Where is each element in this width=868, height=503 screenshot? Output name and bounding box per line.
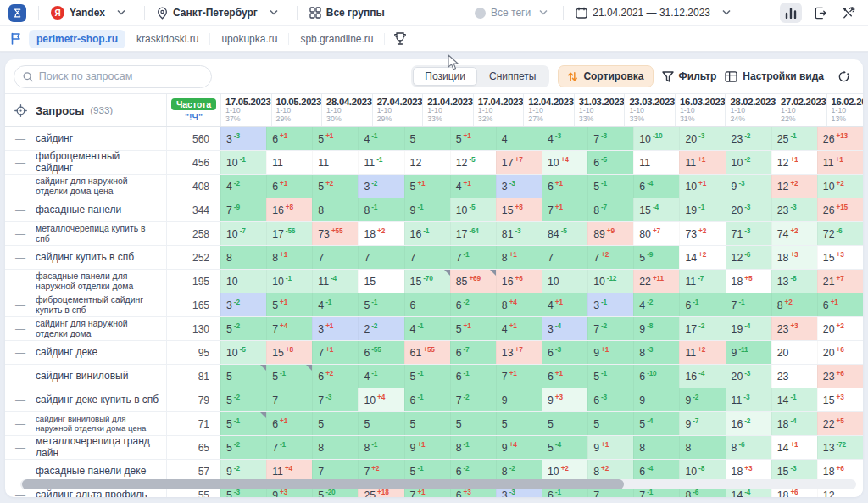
position-cell[interactable]: 8-1 — [358, 198, 403, 221]
position-cell[interactable]: 8-1 — [450, 436, 496, 459]
position-cell[interactable]: 10-5 — [220, 341, 266, 364]
position-cell[interactable]: 7 — [312, 246, 358, 269]
position-cell[interactable]: 5 — [587, 412, 633, 435]
position-cell[interactable]: 8 — [220, 246, 266, 269]
position-cell[interactable]: 6-1 — [404, 388, 450, 411]
date-column-header[interactable]: 23.03.20231-1033% — [624, 94, 675, 126]
position-cell[interactable]: 7-1 — [726, 293, 771, 316]
position-cell[interactable]: 5 — [220, 365, 266, 388]
position-cell[interactable]: 18+3 — [771, 246, 817, 269]
position-cell[interactable]: 5-1 — [220, 412, 266, 435]
position-cell[interactable]: 7-2 — [450, 388, 496, 411]
position-cell[interactable]: 5-1 — [266, 365, 312, 388]
position-cell[interactable]: 8-7 — [587, 198, 633, 221]
row-drag-handle[interactable]: — — [5, 127, 36, 150]
view-settings-button[interactable]: Настройки вида — [725, 70, 824, 82]
row-drag-handle[interactable]: — — [5, 365, 36, 388]
position-cell[interactable]: 15+8 — [496, 198, 542, 221]
position-cell[interactable]: 4-2 — [220, 175, 266, 198]
position-cell[interactable]: 74+2 — [771, 222, 817, 245]
position-cell[interactable]: 20-3 — [726, 365, 771, 388]
position-cell[interactable]: 4 — [496, 127, 542, 150]
position-cell[interactable]: 6-2 — [450, 293, 496, 316]
position-cell[interactable]: 8-3 — [633, 341, 679, 364]
position-cell[interactable]: 3-3 — [220, 127, 266, 150]
position-cell[interactable]: 73+2 — [679, 222, 725, 245]
position-cell[interactable]: 5 — [404, 412, 450, 435]
position-cell[interactable]: 22+11 — [633, 270, 679, 293]
query-cell[interactable]: сайдинг купить в спб — [36, 246, 166, 269]
date-column-header[interactable]: 12.04.20231-1027% — [523, 94, 574, 126]
frequency-column-header[interactable]: Частота "!Ч" — [166, 94, 220, 126]
date-column-header[interactable]: 27.02.20231-1022% — [776, 94, 826, 126]
position-cell[interactable]: 7+4 — [266, 317, 312, 340]
position-cell[interactable]: 8 — [312, 198, 358, 221]
position-cell[interactable]: 18+2 — [358, 222, 403, 245]
position-cell[interactable]: 17-64 — [450, 222, 496, 245]
position-cell[interactable]: 11+1 — [679, 151, 725, 174]
search-engine-selector[interactable]: Я Yandex — [51, 6, 132, 20]
position-cell[interactable]: 9-8 — [633, 317, 679, 340]
target-column-header[interactable] — [5, 94, 36, 126]
position-cell[interactable]: 10-10 — [633, 127, 679, 150]
row-drag-handle[interactable]: — — [5, 317, 36, 340]
groups-selector[interactable]: Все группы — [309, 7, 385, 19]
position-cell[interactable]: 16-1 — [404, 222, 450, 245]
query-cell[interactable]: сайдинг виниловый для наружной отделки д… — [36, 412, 166, 435]
position-cell[interactable]: 14+1 — [771, 436, 817, 459]
position-cell[interactable]: 6+1 — [542, 365, 587, 388]
position-cell[interactable]: 4-1 — [404, 317, 450, 340]
position-cell[interactable]: 10-12 — [587, 270, 633, 293]
query-cell[interactable]: сайдинг для наружной отделки дома цена — [36, 175, 166, 198]
position-cell[interactable]: 23-2 — [726, 127, 771, 150]
position-cell[interactable]: 5-4 — [633, 412, 679, 435]
position-cell[interactable]: 15+3 — [817, 246, 863, 269]
query-cell[interactable]: фасадные панели — [36, 198, 166, 221]
position-cell[interactable]: 17+7 — [496, 151, 542, 174]
position-cell[interactable]: 19-1 — [679, 198, 725, 221]
position-cell[interactable]: 7 — [266, 388, 312, 411]
position-cell[interactable]: 4+1 — [450, 175, 496, 198]
position-cell[interactable]: 16+6 — [496, 270, 542, 293]
position-cell[interactable]: 12 — [404, 151, 450, 174]
position-cell[interactable]: 10+2 — [817, 175, 863, 198]
position-cell[interactable]: 7+1 — [496, 365, 542, 388]
position-cell[interactable]: 5-9 — [633, 246, 679, 269]
position-cell[interactable]: 11-7 — [679, 270, 725, 293]
position-cell[interactable]: 11-3 — [726, 388, 771, 411]
position-cell[interactable]: 9 — [496, 388, 542, 411]
position-cell[interactable]: 9-2 — [679, 388, 725, 411]
position-cell[interactable]: 5-1 — [358, 293, 403, 316]
row-drag-handle[interactable]: — — [5, 198, 36, 221]
position-cell[interactable]: 10-1 — [220, 151, 266, 174]
position-cell[interactable]: 9+1 — [587, 436, 633, 459]
position-cell[interactable]: 3-2 — [358, 175, 403, 198]
query-search[interactable] — [14, 65, 212, 88]
trophy-icon[interactable] — [393, 31, 407, 46]
position-cell[interactable]: 6+1 — [266, 127, 312, 150]
position-cell[interactable]: 6-3 — [542, 341, 587, 364]
sort-button[interactable]: Сортировка — [558, 65, 653, 87]
position-cell[interactable]: 23+6 — [817, 365, 863, 388]
row-drag-handle[interactable]: — — [5, 270, 36, 293]
position-cell[interactable]: 20-3 — [679, 127, 725, 150]
search-input[interactable] — [39, 70, 203, 82]
position-cell[interactable]: 7 — [404, 246, 450, 269]
position-cell[interactable]: 7+2 — [587, 246, 633, 269]
position-cell[interactable]: 6+1 — [542, 175, 587, 198]
position-cell[interactable]: 15-70 — [404, 270, 450, 293]
position-cell[interactable]: 18-4 — [771, 412, 817, 435]
position-cell[interactable]: 5-1 — [404, 365, 450, 388]
position-cell[interactable]: 11 — [266, 151, 312, 174]
position-cell[interactable]: 13-72 — [817, 436, 863, 459]
position-cell[interactable]: 10 — [542, 270, 587, 293]
position-cell[interactable]: 10+4 — [358, 388, 403, 411]
date-column-header[interactable]: 28.04.20231-1030% — [321, 94, 372, 126]
position-cell[interactable]: 7-1 — [266, 436, 312, 459]
row-drag-handle[interactable]: — — [5, 222, 36, 245]
position-cell[interactable]: 14-1 — [771, 388, 817, 411]
row-drag-handle[interactable]: — — [5, 388, 36, 411]
position-cell[interactable]: 84-5 — [542, 222, 587, 245]
date-column-header[interactable]: 17.05.20231-1037% — [220, 94, 271, 126]
position-cell[interactable]: 16-2 — [726, 412, 771, 435]
